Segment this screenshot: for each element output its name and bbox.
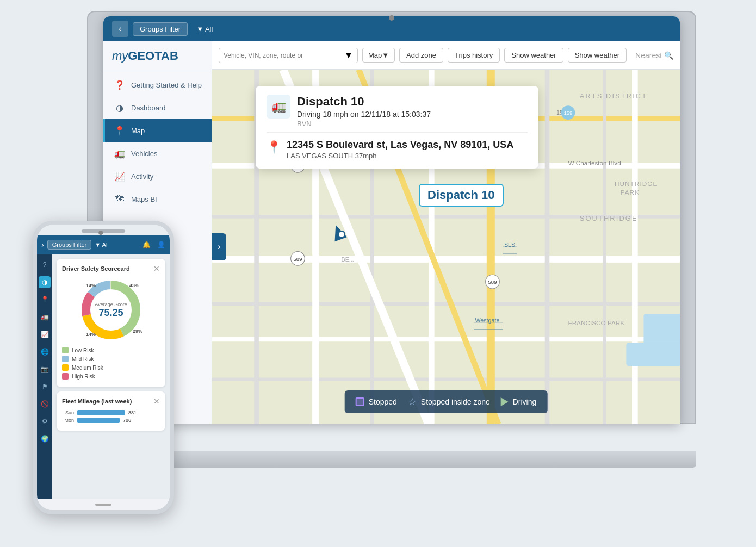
- phone-arrow[interactable]: ›: [41, 240, 44, 249]
- laptop-camera: [389, 15, 394, 21]
- svg-text:589: 589: [293, 256, 302, 262]
- dispatch-popup: 🚛 Dispatch 10 Driving 18 mph on 12/11/18…: [256, 86, 538, 169]
- svg-rect-12: [545, 70, 550, 424]
- legend-driving: Driving: [501, 397, 537, 406]
- scorecard-widget: Driver Safety Scorecard ✕: [57, 259, 165, 387]
- show-weather-button-1[interactable]: Show weather: [504, 48, 563, 63]
- phone-nav-flag[interactable]: ⚑: [39, 381, 51, 393]
- search-dropdown-icon[interactable]: ▼: [344, 51, 353, 60]
- phone-nav-block[interactable]: 🚫: [39, 398, 51, 410]
- phone-user-icon[interactable]: 👤: [157, 241, 165, 248]
- stopped-icon: [356, 397, 364, 406]
- back-button[interactable]: ‹: [112, 21, 128, 37]
- content-area: ▼ Map ▼ Add zone Trips history Show weat…: [212, 41, 680, 424]
- sidebar-item-maps-bi-label: Maps BI: [131, 195, 157, 203]
- dispatch-info: Dispatch 10 Driving 18 mph on 12/11/18 a…: [297, 95, 431, 128]
- donut-chart: Average Score 75.25 43% 29% 14% 14%: [78, 277, 144, 343]
- sidebar-item-dashboard[interactable]: ◑ Dashboard: [103, 96, 212, 119]
- phone-nav-zone[interactable]: 🌐: [39, 346, 51, 358]
- driving-icon: [501, 397, 509, 406]
- svg-text:FRANCISCO PARK: FRANCISCO PARK: [568, 319, 624, 326]
- legend-stopped: Stopped: [356, 397, 397, 406]
- show-weather-button-2[interactable]: Show weather: [568, 48, 627, 63]
- bar-label-mon: Mon: [62, 418, 74, 423]
- sidebar-toggle[interactable]: ›: [212, 233, 226, 260]
- sidebar-item-vehicles[interactable]: 🚛 Vehicles: [103, 142, 212, 165]
- map-area: 159 589 589 W Charleston Blvd 159 159 AR…: [212, 70, 680, 424]
- stopped-zone-icon: ☆: [408, 396, 417, 408]
- risk-legend: Low Risk Mild Risk Medium Risk High: [62, 347, 160, 380]
- svg-rect-3: [212, 256, 680, 263]
- svg-text:PARK: PARK: [621, 189, 640, 196]
- mileage-widget: Fleet Mileage (last week) ✕ Sun 881 Mon …: [57, 391, 165, 431]
- risk-item-medium: Medium Risk: [62, 364, 160, 371]
- mileage-bar-sun: Sun 881: [62, 410, 160, 415]
- help-icon: ❓: [114, 79, 126, 91]
- dispatch-location: 📍 12345 S Boulevard st, Las Vegas, NV 89…: [267, 132, 528, 160]
- vehicles-icon: 🚛: [114, 147, 126, 159]
- stopped-label: Stopped: [369, 397, 397, 406]
- map-dispatch-label: Dispatch 10: [419, 184, 504, 207]
- driving-label: Driving: [513, 397, 537, 406]
- svg-rect-14: [632, 70, 638, 424]
- phone-nav-settings[interactable]: ⚙: [39, 415, 51, 427]
- scorecard-header: Driver Safety Scorecard ✕: [62, 264, 160, 273]
- svg-rect-6: [212, 377, 680, 381]
- sidebar-item-vehicles-label: Vehicles: [131, 150, 157, 158]
- search-input[interactable]: [224, 52, 344, 59]
- activity-icon: 📈: [114, 170, 126, 182]
- phone-frame: › Groups Filter ▼ All 🔔 👤 ? ◑ 📍 🚛 📈 🌐 📷 …: [33, 221, 174, 514]
- svg-rect-34: [626, 343, 680, 366]
- phone-nav-map[interactable]: 📍: [39, 294, 51, 306]
- svg-text:BE...: BE...: [342, 256, 354, 263]
- trips-history-button[interactable]: Trips history: [448, 48, 500, 63]
- phone-all-badge[interactable]: ▼ All: [95, 241, 109, 248]
- scorecard-close[interactable]: ✕: [153, 264, 160, 273]
- nearest-search[interactable]: Nearest 🔍: [635, 51, 673, 60]
- phone-nav-geo[interactable]: 🌍: [39, 433, 51, 445]
- phone-groups-button[interactable]: Groups Filter: [47, 240, 92, 250]
- donut-avg-label: Average Score: [95, 302, 127, 307]
- sidebar-item-activity[interactable]: 📈 Activity: [103, 165, 212, 188]
- stopped-zone-label: Stopped inside zone: [421, 397, 490, 406]
- search-input-wrap[interactable]: ▼: [219, 48, 358, 63]
- add-zone-button[interactable]: Add zone: [399, 48, 443, 63]
- phone-nav-activity[interactable]: 📈: [39, 328, 51, 340]
- sidebar-item-help[interactable]: ❓ Getting Started & Help: [103, 73, 212, 96]
- search-bar: ▼ Map ▼ Add zone Trips history Show weat…: [212, 41, 680, 70]
- all-dropdown[interactable]: ▼ All: [194, 25, 213, 33]
- laptop-base: [87, 451, 696, 468]
- map-dropdown-arrow: ▼: [382, 51, 389, 59]
- mileage-bar-mon: Mon 786: [62, 418, 160, 423]
- sidebar-item-map[interactable]: 📍 Map: [103, 119, 212, 142]
- phone-nav: ? ◑ 📍 🚛 📈 🌐 📷 ⚑ 🚫 ⚙ 🌍: [37, 254, 52, 499]
- sidebar-item-maps-bi[interactable]: 🗺 Maps BI: [103, 188, 212, 210]
- phone-nav-vehicles[interactable]: 🚛: [39, 311, 51, 323]
- phone-nav-help[interactable]: ?: [39, 259, 51, 271]
- high-risk-dot: [62, 373, 69, 380]
- svg-rect-5: [212, 337, 680, 342]
- groups-filter-button[interactable]: Groups Filter: [133, 22, 188, 36]
- high-risk-label: High Risk: [72, 374, 95, 380]
- pct-29: 29%: [133, 328, 142, 334]
- phone-screen: › Groups Filter ▼ All 🔔 👤 ? ◑ 📍 🚛 📈 🌐 📷 …: [37, 225, 170, 510]
- mild-risk-dot: [62, 356, 69, 362]
- phone-bell-icon[interactable]: 🔔: [142, 241, 151, 248]
- maps-bi-icon: 🗺: [114, 193, 126, 205]
- mileage-close[interactable]: ✕: [153, 397, 160, 406]
- medium-risk-label: Medium Risk: [72, 365, 103, 371]
- map-dropdown[interactable]: Map ▼: [362, 48, 395, 63]
- all-dropdown-label: ▼ All: [196, 25, 213, 33]
- pct-14a: 14%: [86, 332, 96, 337]
- dispatch-status: Driving 18 mph on 12/11/18 at 15:03:37: [297, 110, 431, 119]
- sidebar-item-map-label: Map: [131, 127, 145, 135]
- phone-notch: [82, 229, 125, 233]
- phone-nav-camera[interactable]: 📷: [39, 363, 51, 375]
- bar-fill-mon: [77, 418, 120, 423]
- risk-item-low: Low Risk: [62, 347, 160, 353]
- logo-my: my: [112, 49, 128, 63]
- risk-item-mild: Mild Risk: [62, 356, 160, 362]
- svg-text:ARTS DISTRICT: ARTS DISTRICT: [580, 92, 647, 100]
- phone-nav-dashboard[interactable]: ◑: [39, 276, 51, 288]
- svg-text:589: 589: [488, 279, 497, 285]
